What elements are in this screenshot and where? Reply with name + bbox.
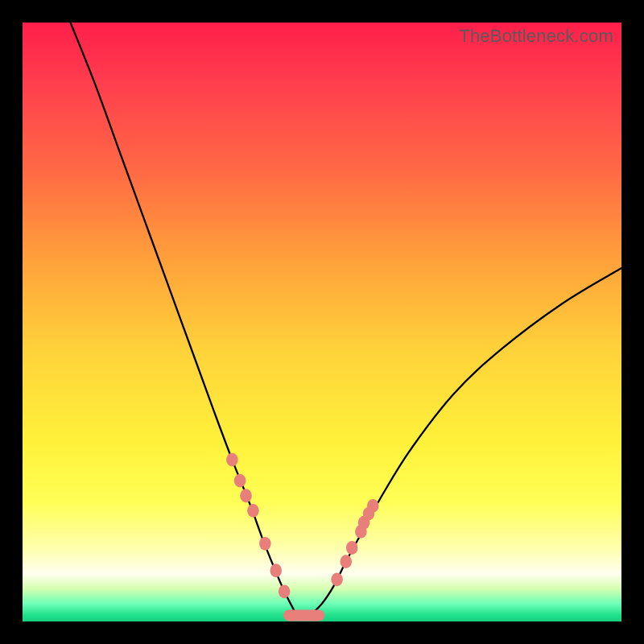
marker-right-2 xyxy=(346,541,358,555)
marker-left-1 xyxy=(234,474,246,488)
marker-left-0 xyxy=(226,453,238,467)
plot-area: TheBottleneck.com xyxy=(23,23,621,621)
bottleneck-curve xyxy=(71,23,621,617)
marker-left-2 xyxy=(240,489,252,502)
chart-frame: TheBottleneck.com xyxy=(0,0,644,644)
marker-right-6 xyxy=(367,499,379,513)
marker-left-6 xyxy=(279,584,291,598)
curve-svg xyxy=(23,23,621,621)
marker-right-1 xyxy=(340,555,352,568)
marker-left-5 xyxy=(270,564,282,577)
marker-left-4 xyxy=(259,537,271,551)
marker-left-3 xyxy=(247,504,259,518)
marker-right-0 xyxy=(331,573,343,587)
